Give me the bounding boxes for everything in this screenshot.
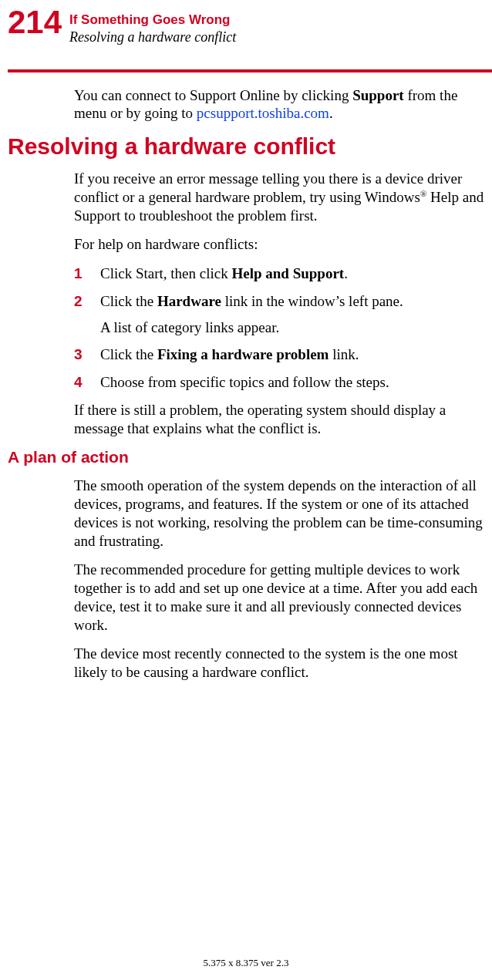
page: 214 If Something Goes Wrong Resolving a … xyxy=(0,0,492,980)
step-number: 3 xyxy=(74,345,100,364)
text: Choose from specific topics and follow t… xyxy=(100,374,389,390)
header-rule xyxy=(8,69,492,72)
bold-text: Support xyxy=(352,87,404,103)
step-number: 2 xyxy=(74,292,100,337)
paragraph: For help on hardware conflicts: xyxy=(74,235,484,254)
step-body: Choose from specific topics and follow t… xyxy=(100,373,484,392)
bold-text: Hardware xyxy=(157,293,221,309)
heading-plan-of-action: A plan of action xyxy=(0,448,492,466)
paragraph: The recommended procedure for getting mu… xyxy=(74,561,484,634)
body: If you receive an error message telling … xyxy=(0,170,492,437)
step-3: 3 Click the Fixing a hardware problem li… xyxy=(74,345,484,364)
support-link[interactable]: pcsupport.toshiba.com xyxy=(197,105,329,121)
step-number: 4 xyxy=(74,373,100,392)
step-subtext: A list of category links appear. xyxy=(100,318,484,337)
text: Click the xyxy=(100,293,157,309)
footer-text: 5.375 x 8.375 ver 2.3 xyxy=(0,957,492,969)
intro-paragraph: You can connect to Support Online by cli… xyxy=(0,86,492,123)
text: link. xyxy=(329,346,359,362)
paragraph: The smooth operation of the system depen… xyxy=(74,477,484,550)
paragraph: You can connect to Support Online by cli… xyxy=(74,86,484,123)
step-body: Click the Hardware link in the window’s … xyxy=(100,292,484,337)
text: If you receive an error message telling … xyxy=(74,170,462,205)
paragraph: The device most recently connected to th… xyxy=(74,645,484,682)
section-subtitle: Resolving a hardware conflict xyxy=(69,28,236,47)
text: You can connect to Support Online by cli… xyxy=(74,87,352,103)
text: Click the xyxy=(100,346,157,362)
page-header: 214 If Something Goes Wrong Resolving a … xyxy=(0,0,492,48)
heading-resolving-hardware-conflict: Resolving a hardware conflict xyxy=(0,133,492,159)
step-2: 2 Click the Hardware link in the window’… xyxy=(74,292,484,337)
bold-text: Fixing a hardware problem xyxy=(157,346,329,362)
step-number: 1 xyxy=(74,264,100,283)
step-body: Click the Fixing a hardware problem link… xyxy=(100,345,484,364)
text: link in the window’s left pane. xyxy=(221,293,403,309)
step-body: Click Start, then click Help and Support… xyxy=(100,264,484,283)
text: . xyxy=(329,105,333,121)
bold-text: Help and Support xyxy=(231,265,344,281)
chapter-title: If Something Goes Wrong xyxy=(69,12,236,28)
text: Click Start, then click xyxy=(100,265,231,281)
step-4: 4 Choose from specific topics and follow… xyxy=(74,373,484,392)
header-titles: If Something Goes Wrong Resolving a hard… xyxy=(69,6,236,48)
paragraph: If there is still a problem, the operati… xyxy=(74,401,484,438)
text: . xyxy=(344,265,348,281)
page-number: 214 xyxy=(0,6,69,39)
body: The smooth operation of the system depen… xyxy=(0,477,492,682)
paragraph: If you receive an error message telling … xyxy=(74,170,484,224)
step-1: 1 Click Start, then click Help and Suppo… xyxy=(74,264,484,283)
